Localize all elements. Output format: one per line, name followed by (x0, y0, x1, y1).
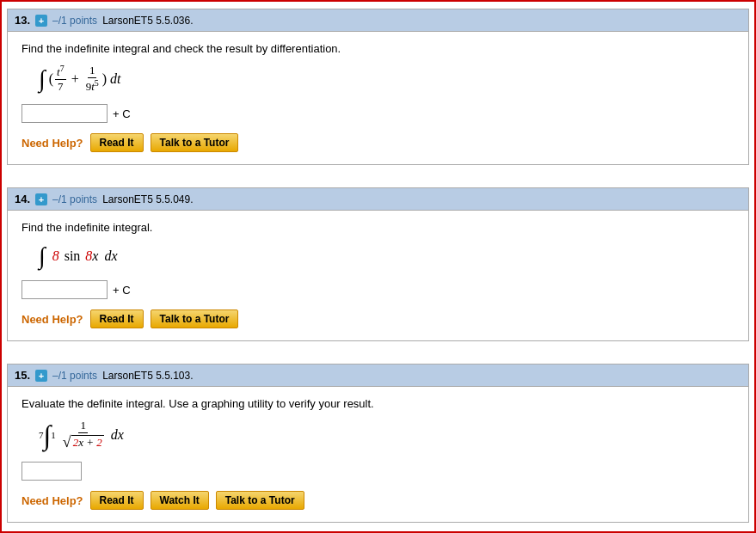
problem-13-id: LarsonET5 5.5.036. (102, 15, 193, 27)
problem-13-instruction: Find the indefinite integral and check t… (22, 42, 734, 55)
lower-bound-15: 1 (51, 430, 56, 440)
answer-input-15[interactable] (22, 462, 82, 481)
problem-14-body: Find the indefinite integral. ∫ 8 sin 8x… (8, 211, 748, 340)
talk-to-tutor-button-15[interactable]: Talk to a Tutor (216, 491, 304, 510)
fraction-1-9t5-13: 1 9t5 (84, 64, 101, 94)
watch-it-button-15[interactable]: Watch It (151, 491, 209, 510)
problem-14: 14. + –/1 points LarsonET5 5.5.049. Find… (7, 187, 749, 341)
add-icon-14[interactable]: + (35, 193, 47, 205)
fraction-15: 1 √ 2x + 2 (61, 419, 106, 451)
problem-14-formula: ∫ 8 sin 8x dx (39, 242, 734, 270)
problem-13-answer-row: + C (22, 104, 734, 123)
problem-13-help-row: Need Help? Read It Talk to a Tutor (22, 133, 734, 152)
problem-13-points: –/1 points (52, 15, 97, 27)
integral-sign-15: ∫ (44, 421, 52, 449)
problem-14-number: 14. (15, 193, 30, 205)
problem-15-body: Evaluate the definite integral. Use a gr… (8, 387, 748, 522)
plus-c-13: + C (113, 107, 131, 120)
problem-14-points: –/1 points (52, 193, 97, 205)
problem-15-instruction: Evaluate the definite integral. Use a gr… (22, 397, 734, 410)
talk-to-tutor-button-14[interactable]: Talk to a Tutor (151, 309, 239, 328)
close-paren-13: ) (102, 71, 107, 87)
read-it-button-13[interactable]: Read It (90, 133, 144, 152)
need-help-label-13: Need Help? (22, 137, 83, 150)
dt-label-13: dt (110, 71, 120, 87)
answer-input-13[interactable] (22, 104, 108, 123)
plus-c-14: + C (113, 284, 131, 297)
integral-sign-13: ∫ (39, 65, 46, 93)
problem-15: 15. + –/1 points LarsonET5 5.5.103. Eval… (7, 364, 749, 523)
problem-15-number: 15. (15, 369, 30, 382)
problem-15-header: 15. + –/1 points LarsonET5 5.5.103. (8, 365, 748, 387)
problem-15-points: –/1 points (52, 370, 97, 382)
add-icon-13[interactable]: + (35, 15, 47, 27)
read-it-button-15[interactable]: Read It (90, 491, 144, 510)
problem-15-answer-row (22, 462, 734, 481)
answer-input-14[interactable] (22, 280, 108, 299)
problem-13-formula: ∫ ( t7 7 + 1 9t5 ) dt (39, 64, 734, 94)
problem-15-id: LarsonET5 5.5.103. (102, 370, 193, 382)
talk-to-tutor-button-13[interactable]: Talk to a Tutor (151, 133, 239, 152)
plus-sign-13: + (71, 71, 79, 87)
open-paren-13: ( (49, 71, 53, 87)
problem-14-instruction: Find the indefinite integral. (22, 221, 734, 234)
problem-13-body: Find the indefinite integral and check t… (8, 32, 748, 164)
sqrt-15: √ 2x + 2 (63, 433, 104, 451)
integral-lower-bounds-15: 1 (51, 430, 56, 440)
problem-13-number: 13. (15, 14, 30, 27)
read-it-button-14[interactable]: Read It (90, 309, 144, 328)
problem-15-formula: 7 ∫ 1 1 √ 2x + 2 dx (39, 419, 734, 451)
integral-sign-14: ∫ (39, 242, 46, 270)
problem-13: 13. + –/1 points LarsonET5 5.5.036. Find… (7, 9, 749, 165)
add-icon-15[interactable]: + (35, 370, 47, 382)
problem-14-answer-row: + C (22, 280, 734, 299)
problem-14-help-row: Need Help? Read It Talk to a Tutor (22, 309, 734, 328)
sin-8x-label-14: 8 sin 8x dx (52, 248, 118, 264)
need-help-label-15: Need Help? (22, 494, 83, 507)
need-help-label-14: Need Help? (22, 313, 83, 326)
problem-15-help-row: Need Help? Read It Watch It Talk to a Tu… (22, 491, 734, 510)
problem-14-header: 14. + –/1 points LarsonET5 5.5.049. (8, 188, 748, 211)
problem-14-id: LarsonET5 5.5.049. (102, 193, 193, 205)
fraction-t7-13: t7 7 (55, 64, 66, 94)
dx-label-15: dx (111, 427, 124, 443)
problem-13-header: 13. + –/1 points LarsonET5 5.5.036. (8, 9, 748, 32)
